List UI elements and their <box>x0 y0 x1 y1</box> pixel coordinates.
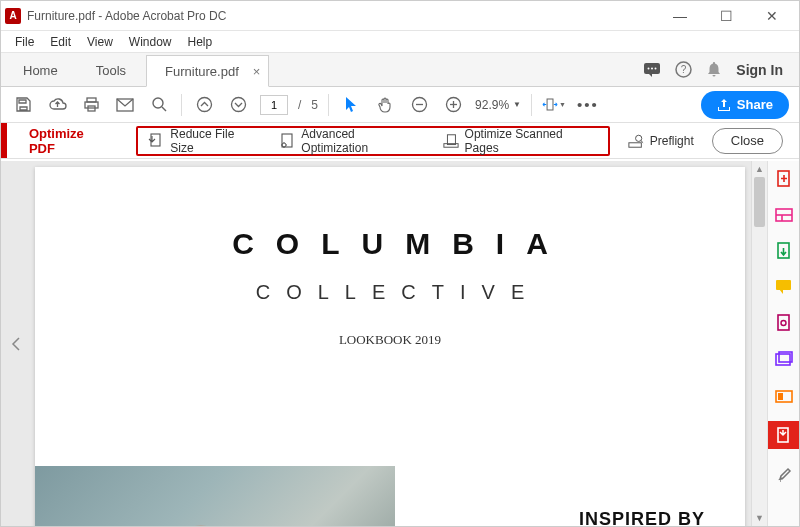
svg-rect-36 <box>778 315 789 330</box>
organize-icon[interactable] <box>774 313 794 333</box>
preflight-label: Preflight <box>650 134 694 148</box>
menu-help[interactable]: Help <box>180 33 221 51</box>
edit-pdf-icon[interactable] <box>774 205 794 225</box>
menu-edit[interactable]: Edit <box>42 33 79 51</box>
preflight-icon <box>628 133 644 149</box>
window-close-button[interactable]: ✕ <box>749 1 795 31</box>
create-pdf-icon[interactable] <box>774 169 794 189</box>
svg-text:+: + <box>778 475 783 484</box>
page-number-input[interactable] <box>260 95 288 115</box>
page-down-icon[interactable] <box>226 93 250 117</box>
svg-point-4 <box>655 67 657 69</box>
main-toolbar: / 5 92.9% ▼ ▼ ••• Share <box>1 87 799 123</box>
scroll-thumb[interactable] <box>754 177 765 227</box>
optimize-stripe <box>1 123 7 158</box>
menu-bar: File Edit View Window Help <box>1 31 799 53</box>
optimize-highlighted-group: Reduce File Size Advanced Optimization O… <box>136 126 609 156</box>
window-titlebar: A Furniture.pdf - Adobe Acrobat Pro DC —… <box>1 1 799 31</box>
reduce-icon <box>148 133 164 149</box>
optimize-scanned-button[interactable]: Optimize Scanned Pages <box>439 129 602 153</box>
share-button[interactable]: Share <box>701 91 789 119</box>
mail-icon[interactable] <box>113 93 137 117</box>
scroll-down-icon[interactable]: ▼ <box>752 510 767 526</box>
document-page: COLUMBIA COLLECTIVE LOOKBOOK 2019 INSPIR… <box>35 167 745 526</box>
save-icon[interactable] <box>11 93 35 117</box>
svg-point-27 <box>635 135 641 141</box>
sign-icon[interactable] <box>774 349 794 369</box>
comment-icon[interactable] <box>774 277 794 297</box>
svg-rect-34 <box>776 280 791 290</box>
print-icon[interactable] <box>79 93 103 117</box>
svg-point-11 <box>153 98 163 108</box>
svg-rect-8 <box>85 102 98 108</box>
menu-file[interactable]: File <box>7 33 42 51</box>
page-separator: / <box>298 98 301 112</box>
document-photo <box>35 466 395 526</box>
svg-point-14 <box>231 98 245 112</box>
share-icon <box>717 98 731 112</box>
chevron-down-icon: ▼ <box>513 100 521 109</box>
scroll-track[interactable] <box>752 177 767 510</box>
app-icon: A <box>5 8 21 24</box>
optimize-toolbar: Optimize PDF Reduce File Size Advanced O… <box>1 123 799 159</box>
scanned-icon <box>443 133 459 149</box>
select-tool-icon[interactable] <box>339 93 363 117</box>
tab-home[interactable]: Home <box>5 54 76 86</box>
svg-point-3 <box>651 67 653 69</box>
advanced-label: Advanced Optimization <box>301 127 422 155</box>
scroll-up-icon[interactable]: ▲ <box>752 161 767 177</box>
document-subtitle: LOOKBOOK 2019 <box>35 332 745 348</box>
bell-icon[interactable] <box>706 61 722 78</box>
page-total: 5 <box>311 98 318 112</box>
document-heading-2: COLLECTIVE <box>51 281 745 304</box>
tab-close-icon[interactable]: × <box>253 64 261 79</box>
protect-icon[interactable] <box>774 385 794 405</box>
zoom-value-label: 92.9% <box>475 98 509 112</box>
menu-view[interactable]: View <box>79 33 121 51</box>
svg-point-23 <box>282 143 286 147</box>
svg-point-2 <box>648 67 650 69</box>
fit-width-icon[interactable]: ▼ <box>542 93 566 117</box>
help-icon[interactable]: ? <box>675 61 692 78</box>
preflight-button[interactable]: Preflight <box>624 129 698 153</box>
optimize-close-button[interactable]: Close <box>712 128 783 154</box>
svg-point-37 <box>781 321 786 326</box>
more-icon[interactable]: ••• <box>576 93 600 117</box>
reduce-label: Reduce File Size <box>170 127 259 155</box>
optimize-label: Optimize PDF <box>29 126 112 156</box>
scanned-label: Optimize Scanned Pages <box>465 127 598 155</box>
document-viewport[interactable]: COLUMBIA COLLECTIVE LOOKBOOK 2019 INSPIR… <box>1 161 767 526</box>
more-tools-icon[interactable]: + <box>774 465 794 485</box>
document-heading-1: COLUMBIA <box>57 227 745 261</box>
svg-point-13 <box>197 98 211 112</box>
cloud-icon[interactable] <box>45 93 69 117</box>
reduce-file-size-button[interactable]: Reduce File Size <box>144 129 263 153</box>
page-nav-left-icon[interactable] <box>7 334 25 354</box>
zoom-dropdown[interactable]: 92.9% ▼ <box>475 98 521 112</box>
menu-window[interactable]: Window <box>121 33 180 51</box>
zoom-in-icon[interactable] <box>441 93 465 117</box>
advanced-optimization-button[interactable]: Advanced Optimization <box>275 129 426 153</box>
tab-document[interactable]: Furniture.pdf × <box>146 55 269 87</box>
optimize-pdf-rail-icon[interactable] <box>768 421 800 449</box>
export-pdf-icon[interactable] <box>774 241 794 261</box>
zoom-out-icon[interactable] <box>407 93 431 117</box>
svg-rect-26 <box>629 142 641 146</box>
chat-icon[interactable] <box>643 62 661 78</box>
sign-in-button[interactable]: Sign In <box>736 62 783 78</box>
tab-tools[interactable]: Tools <box>78 54 144 86</box>
svg-line-12 <box>162 107 166 111</box>
svg-rect-41 <box>778 393 783 400</box>
tab-document-label: Furniture.pdf <box>165 64 239 79</box>
window-minimize-button[interactable]: — <box>657 1 703 31</box>
share-label: Share <box>737 97 773 112</box>
hand-tool-icon[interactable] <box>373 93 397 117</box>
content-area: COLUMBIA COLLECTIVE LOOKBOOK 2019 INSPIR… <box>1 161 799 526</box>
vertical-scrollbar[interactable]: ▲ ▼ <box>751 161 767 526</box>
page-up-icon[interactable] <box>192 93 216 117</box>
window-maximize-button[interactable]: ☐ <box>703 1 749 31</box>
svg-rect-24 <box>447 134 455 144</box>
window-title: Furniture.pdf - Adobe Acrobat Pro DC <box>27 9 226 23</box>
search-icon[interactable] <box>147 93 171 117</box>
svg-rect-20 <box>547 99 553 110</box>
